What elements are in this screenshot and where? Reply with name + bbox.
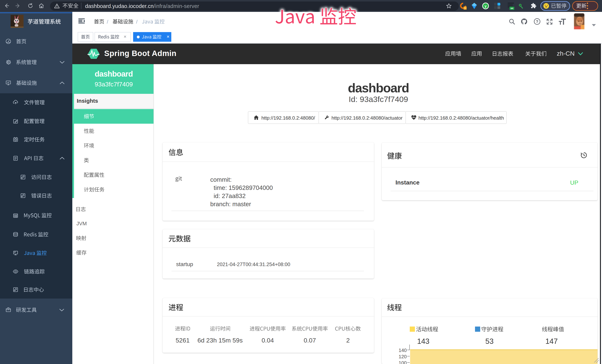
svg-text:on: on <box>511 7 513 10</box>
svg-text:y: y <box>485 4 487 8</box>
svg-text:1: 1 <box>464 7 466 10</box>
svg-text:?: ? <box>536 19 538 24</box>
